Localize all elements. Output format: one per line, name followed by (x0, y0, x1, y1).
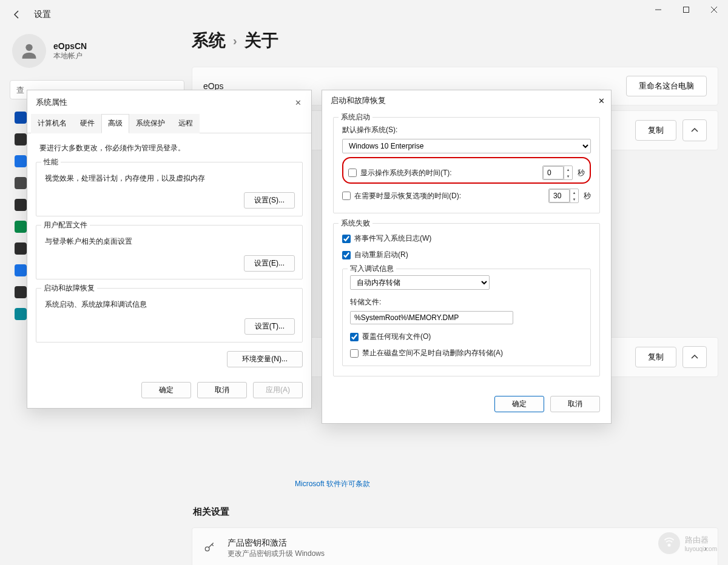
row-sub: 更改产品密钥或升级 Windows (228, 549, 325, 559)
close-button[interactable] (700, 0, 728, 19)
avatar (12, 34, 46, 68)
sidebar-item[interactable] (15, 112, 27, 124)
watermark: 路由器 luyouqi.com (658, 532, 717, 554)
sidebar-item[interactable] (15, 155, 27, 167)
auto-restart-checkbox[interactable] (342, 251, 351, 259)
collapse-button[interactable] (682, 119, 707, 141)
performance-group: 性能 视觉效果，处理器计划，内存使用，以及虚拟内存 设置(S)... (36, 162, 303, 216)
no-delete-checkbox[interactable] (350, 349, 359, 358)
spin-down[interactable]: ▼ (564, 173, 572, 179)
spin-up[interactable]: ▲ (570, 189, 578, 196)
product-key-row[interactable]: 产品密钥和激活 更改产品密钥或升级 Windows › (192, 527, 718, 565)
tab-hardware[interactable]: 硬件 (73, 114, 101, 133)
copy-button-1[interactable]: 复制 (635, 120, 676, 141)
profile-group: 用户配置文件 与登录帐户相关的桌面设置 设置(E)... (36, 225, 303, 279)
recovery-time-spinner[interactable]: ▲▼ (548, 189, 579, 203)
highlight-annotation: 显示操作系统列表的时间(T): ▲▼ 秒 (342, 157, 591, 184)
minimize-button[interactable] (644, 0, 672, 19)
close-icon[interactable]: ✕ (291, 95, 305, 110)
apply-button: 应用(A) (253, 382, 303, 398)
app-title: 设置 (34, 9, 51, 20)
sidebar-item[interactable] (15, 133, 27, 145)
system-failure-group: 系统失败 将事件写入系统日志(W) 自动重新启动(R) 写入调试信息 自动内存转… (333, 223, 600, 376)
perf-settings-button[interactable]: 设置(S)... (244, 192, 295, 209)
profile-settings-button[interactable]: 设置(E)... (244, 255, 295, 272)
maximize-button[interactable] (672, 0, 700, 19)
cancel-button[interactable]: 取消 (197, 382, 247, 398)
rename-pc-button[interactable]: 重命名这台电脑 (626, 76, 707, 96)
tab-advanced[interactable]: 高级 (101, 114, 129, 133)
sidebar-item[interactable] (15, 177, 27, 189)
dump-file-input[interactable] (350, 311, 513, 324)
row-title: 产品密钥和激活 (228, 538, 325, 549)
related-title: 相关设置 (193, 506, 718, 518)
default-os-label: 默认操作系统(S): (342, 125, 591, 135)
overwrite-checkbox[interactable] (350, 333, 359, 341)
sidebar-item[interactable] (15, 221, 27, 233)
ok-button[interactable]: 确定 (141, 382, 191, 398)
cancel-button[interactable]: 取消 (550, 396, 600, 412)
dialog-title: 系统属性 (36, 97, 67, 108)
system-properties-dialog: 系统属性 ✕ 计算机名 硬件 高级 系统保护 远程 要进行大多数更改，你必须作为… (27, 90, 312, 409)
default-os-select[interactable]: Windows 10 Enterprise (342, 139, 591, 153)
svg-rect-1 (684, 7, 689, 13)
breadcrumb-system[interactable]: 系统 (192, 29, 226, 52)
breadcrumb: 系统 › 关于 (192, 29, 718, 52)
svg-point-2 (25, 44, 32, 51)
dump-file-label: 转储文件: (350, 297, 583, 307)
show-recovery-checkbox[interactable] (342, 192, 351, 200)
key-icon (203, 541, 217, 555)
spin-down[interactable]: ▼ (570, 196, 578, 202)
breadcrumb-about: 关于 (244, 29, 278, 52)
startup-group: 启动和故障恢复 系统启动、系统故障和调试信息 设置(T)... (36, 288, 303, 343)
sidebar-item[interactable] (15, 242, 27, 255)
tab-protection[interactable]: 系统保护 (129, 114, 172, 133)
back-button[interactable] (5, 2, 29, 27)
os-list-time-spinner[interactable]: ▲▼ (542, 165, 573, 180)
close-icon[interactable]: ✕ (598, 96, 605, 105)
system-startup-group: 系统启动 默认操作系统(S): Windows 10 Enterprise 显示… (333, 117, 600, 213)
startup-settings-button[interactable]: 设置(T)... (244, 318, 295, 335)
user-sub: 本地帐户 (53, 51, 87, 61)
write-log-checkbox[interactable] (342, 235, 351, 243)
user-name: eOpsCN (53, 41, 87, 51)
sidebar-item[interactable] (15, 308, 27, 320)
tab-computer-name[interactable]: 计算机名 (31, 114, 73, 133)
router-icon (658, 532, 680, 554)
svg-point-3 (205, 547, 209, 551)
user-block[interactable]: eOpsCN 本地帐户 (10, 29, 184, 80)
startup-recovery-dialog: 启动和故障恢复 ✕ 系统启动 默认操作系统(S): Windows 10 Ent… (322, 90, 612, 424)
dialog-title: 启动和故障恢复 (331, 95, 386, 106)
sidebar-item[interactable] (15, 199, 27, 211)
license-link[interactable]: Microsoft 软件许可条款 (192, 479, 718, 489)
copy-button-2[interactable]: 复制 (635, 347, 676, 367)
sidebar-item[interactable] (15, 286, 27, 298)
spin-up[interactable]: ▲ (564, 166, 572, 173)
env-vars-button[interactable]: 环境变量(N)... (227, 351, 303, 367)
collapse-button[interactable] (682, 346, 707, 368)
svg-point-4 (667, 544, 670, 547)
tab-remote[interactable]: 远程 (172, 114, 200, 133)
admin-info: 要进行大多数更改，你必须作为管理员登录。 (39, 143, 303, 153)
ok-button[interactable]: 确定 (494, 396, 544, 412)
sidebar-item[interactable] (15, 264, 27, 276)
chevron-right-icon: › (233, 34, 237, 48)
show-os-list-checkbox[interactable] (348, 169, 357, 177)
debug-type-select[interactable]: 自动内存转储 (350, 275, 490, 290)
